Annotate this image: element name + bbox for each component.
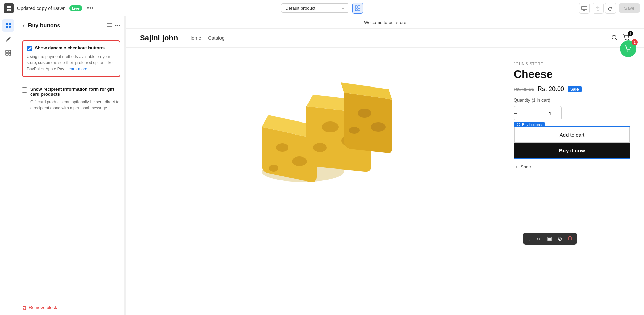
product-title: Cheese bbox=[514, 68, 630, 81]
toolbar-delete-icon[interactable] bbox=[566, 235, 574, 243]
original-price: Rs. 30.00 bbox=[514, 86, 534, 92]
store-name: Updated copy of Dawn bbox=[17, 5, 66, 11]
svg-rect-2 bbox=[7, 9, 9, 11]
dynamic-checkout-option: Show dynamic checkout buttons Using the … bbox=[22, 40, 120, 77]
back-button[interactable]: ‹ bbox=[22, 21, 25, 30]
icon-sidebar bbox=[0, 16, 16, 315]
gift-card-checkbox[interactable] bbox=[22, 87, 27, 93]
floating-cart: 1 bbox=[620, 40, 636, 57]
cart-float-button[interactable]: 1 bbox=[620, 40, 636, 57]
svg-rect-41 bbox=[517, 125, 518, 126]
panel-content: Show dynamic checkout buttons Using the … bbox=[16, 35, 126, 300]
desktop-view-button[interactable] bbox=[579, 3, 590, 14]
svg-rect-39 bbox=[517, 123, 518, 124]
top-bar-right: Save bbox=[579, 3, 640, 14]
nav-catalog[interactable]: Catalog bbox=[208, 35, 225, 41]
svg-point-38 bbox=[349, 127, 360, 134]
live-badge: Live bbox=[69, 5, 82, 11]
product-selector-value: Default product bbox=[285, 5, 315, 11]
checkbox-row-1: Show dynamic checkout buttons bbox=[27, 45, 116, 51]
sale-badge: Sale bbox=[568, 86, 582, 92]
svg-point-25 bbox=[612, 35, 616, 39]
svg-rect-20 bbox=[23, 307, 26, 310]
product-image-container bbox=[147, 62, 493, 199]
product-details: JOHN'S STORE Cheese Rs. 30.00 Rs. 20.00 … bbox=[514, 62, 630, 170]
nav-home[interactable]: Home bbox=[188, 35, 201, 41]
svg-rect-15 bbox=[6, 53, 8, 55]
settings-panel: ‹ Buy buttons ••• Show dynamic checkout … bbox=[16, 16, 126, 315]
dynamic-checkout-checkbox[interactable] bbox=[27, 46, 32, 51]
top-bar-center: Default product bbox=[281, 3, 363, 14]
quantity-decrease[interactable]: − bbox=[514, 106, 518, 120]
sidebar-item-tools[interactable] bbox=[2, 33, 14, 45]
store-label: JOHN'S STORE bbox=[514, 62, 630, 66]
store-brand: Sajini john bbox=[140, 34, 178, 43]
svg-rect-6 bbox=[355, 9, 357, 11]
svg-point-32 bbox=[322, 121, 339, 132]
floating-toolbar: ↕ ↔ ▣ ⊘ bbox=[523, 233, 577, 245]
store-nav: Sajini john Home Catalog 1 bbox=[126, 29, 644, 48]
svg-rect-43 bbox=[569, 237, 571, 240]
sidebar-item-blocks[interactable] bbox=[2, 47, 14, 59]
quantity-label: Quantity (1 in cart) bbox=[514, 97, 630, 103]
sidebar-item-sections[interactable] bbox=[2, 19, 14, 32]
remove-block-label: Remove block bbox=[29, 305, 57, 310]
toolbar-hide-icon[interactable]: ⊘ bbox=[556, 235, 563, 243]
store-header-bar: Welcome to our store bbox=[126, 16, 644, 29]
preview-area: 1 Welcome to our store Sajini john Home … bbox=[126, 16, 644, 315]
top-bar: Updated copy of Dawn Live ••• Default pr… bbox=[0, 0, 644, 16]
sale-price: Rs. 20.00 bbox=[538, 85, 564, 93]
svg-point-34 bbox=[313, 143, 327, 152]
svg-rect-7 bbox=[358, 9, 360, 11]
svg-rect-40 bbox=[519, 123, 520, 124]
svg-point-37 bbox=[371, 122, 386, 132]
svg-point-24 bbox=[630, 51, 631, 52]
layers-button[interactable] bbox=[106, 22, 112, 29]
select-tool-button[interactable] bbox=[352, 3, 363, 14]
learn-more-link[interactable]: Learn more bbox=[66, 67, 87, 71]
save-button[interactable]: Save bbox=[619, 3, 640, 13]
panel-title: Buy buttons bbox=[28, 23, 104, 29]
undo-button[interactable] bbox=[593, 3, 604, 14]
cart-badge: 1 bbox=[628, 31, 633, 36]
scrollbar-track bbox=[124, 16, 126, 315]
svg-rect-42 bbox=[519, 125, 520, 126]
panel-more-button[interactable]: ••• bbox=[115, 23, 120, 29]
product-area: JOHN'S STORE Cheese Rs. 30.00 Rs. 20.00 … bbox=[126, 48, 644, 213]
gift-card-option: Show recipient information form for gift… bbox=[22, 82, 120, 115]
cart-float-badge: 1 bbox=[632, 39, 638, 45]
svg-rect-11 bbox=[6, 26, 8, 28]
dynamic-checkout-desc: Using the payment methods available on y… bbox=[27, 54, 116, 72]
add-to-cart-button[interactable]: Add to cart bbox=[514, 127, 630, 143]
svg-point-30 bbox=[292, 156, 307, 166]
nav-links: Home Catalog bbox=[188, 35, 225, 41]
svg-rect-9 bbox=[6, 23, 8, 25]
search-button[interactable] bbox=[611, 34, 618, 42]
panel-header: ‹ Buy buttons ••• bbox=[16, 16, 126, 35]
quantity-input[interactable] bbox=[518, 110, 562, 116]
dynamic-checkout-label[interactable]: Show dynamic checkout buttons bbox=[35, 45, 105, 50]
buy-buttons-section-label: Buy buttons bbox=[522, 122, 542, 127]
svg-rect-1 bbox=[9, 6, 11, 8]
more-options-button[interactable]: ••• bbox=[86, 3, 95, 13]
svg-rect-8 bbox=[582, 6, 587, 10]
gift-card-desc: Gift card products can optionally be sen… bbox=[30, 99, 120, 111]
toolbar-duplicate-icon[interactable]: ▣ bbox=[546, 235, 553, 243]
svg-rect-4 bbox=[355, 6, 357, 8]
remove-block-button[interactable]: Remove block bbox=[22, 305, 57, 310]
svg-rect-16 bbox=[9, 53, 11, 55]
svg-point-31 bbox=[269, 165, 278, 172]
share-row[interactable]: Share bbox=[514, 164, 630, 170]
share-label: Share bbox=[521, 164, 533, 170]
buy-buttons-label: Buy buttons bbox=[514, 122, 545, 127]
toolbar-move-icon[interactable]: ↕ bbox=[526, 235, 532, 243]
svg-rect-14 bbox=[9, 50, 11, 52]
panel-footer: Remove block bbox=[16, 300, 126, 315]
buy-now-button[interactable]: Buy it now bbox=[514, 143, 630, 158]
product-selector[interactable]: Default product bbox=[281, 3, 349, 13]
svg-rect-13 bbox=[6, 50, 8, 52]
toolbar-resize-icon[interactable]: ↔ bbox=[535, 235, 543, 243]
redo-button[interactable] bbox=[605, 3, 616, 14]
buy-buttons-section: Buy buttons Add to cart Buy it now bbox=[514, 126, 630, 159]
gift-card-label[interactable]: Show recipient information form for gift… bbox=[30, 86, 120, 97]
